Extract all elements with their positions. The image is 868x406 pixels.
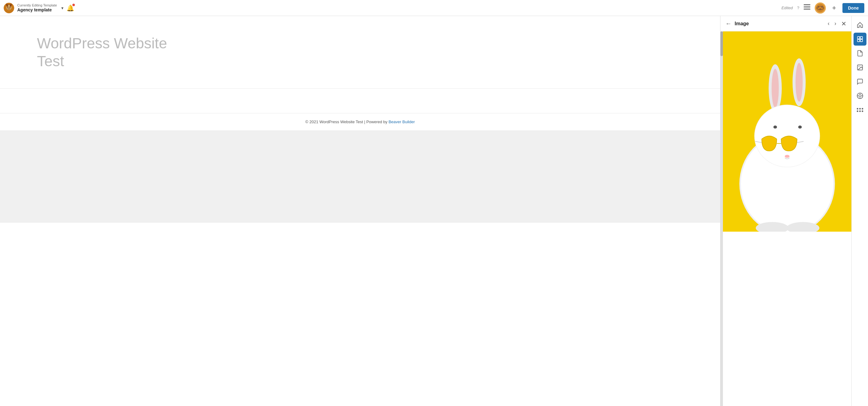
comments-icon[interactable] <box>854 75 866 88</box>
svg-point-11 <box>816 4 825 12</box>
panel-prev-button[interactable]: ‹ <box>826 20 831 27</box>
footer-link[interactable]: Beaver Builder <box>389 120 414 124</box>
settings-icon[interactable] <box>854 89 866 102</box>
panel-title: Image <box>735 21 823 27</box>
svg-rect-9 <box>804 9 810 9</box>
done-button[interactable]: Done <box>842 3 864 13</box>
template-dropdown-chevron[interactable]: ▾ <box>61 5 63 10</box>
image-panel-header: ← Image ‹ › ✕ <box>720 16 851 31</box>
panel-back-button[interactable]: ← <box>725 20 732 27</box>
more-icon[interactable] <box>854 103 866 117</box>
canvas-empty-row <box>0 89 720 113</box>
panel-nav: ‹ › <box>826 20 838 27</box>
svg-rect-7 <box>804 4 810 5</box>
home-icon[interactable] <box>854 19 866 31</box>
canvas-gray-area <box>0 130 720 223</box>
svg-rect-33 <box>860 37 862 39</box>
media-icon[interactable] <box>854 61 866 74</box>
canvas-title: WordPress Website Test <box>37 34 683 70</box>
user-avatar[interactable] <box>815 2 826 13</box>
svg-point-19 <box>796 63 803 102</box>
help-icon[interactable]: ? <box>797 5 799 10</box>
svg-point-47 <box>857 111 858 112</box>
svg-point-46 <box>862 108 863 110</box>
svg-point-49 <box>862 111 863 112</box>
right-panel: ← Image ‹ › ✕ <box>720 16 868 406</box>
svg-point-4 <box>9 6 10 7</box>
image-panel: ← Image ‹ › ✕ <box>720 16 851 406</box>
svg-point-39 <box>859 95 861 97</box>
side-toolbar <box>851 16 868 406</box>
edited-status: Edited <box>781 5 793 10</box>
svg-rect-35 <box>860 39 862 41</box>
template-name: Agency template <box>17 7 57 12</box>
main-layout: WordPress Website Test © 2021 WordPress … <box>0 16 868 406</box>
image-preview[interactable] <box>723 31 851 232</box>
svg-point-30 <box>773 126 777 129</box>
svg-point-3 <box>7 6 8 7</box>
add-button[interactable]: + <box>829 3 839 13</box>
bb-logo-avatar[interactable] <box>4 3 14 13</box>
notification-badge <box>72 4 75 6</box>
template-title-block: Currently Editing Template Agency templa… <box>17 3 57 12</box>
svg-rect-34 <box>857 39 859 41</box>
page-icon[interactable] <box>854 47 866 60</box>
panel-scroll-area <box>720 31 851 406</box>
list-icon[interactable] <box>804 4 810 11</box>
canvas-area[interactable]: WordPress Website Test © 2021 WordPress … <box>0 16 720 406</box>
image-panel-body <box>723 31 851 406</box>
notification-bell[interactable]: 🔔 <box>66 4 74 12</box>
svg-point-44 <box>857 108 858 110</box>
panel-next-button[interactable]: › <box>833 20 838 27</box>
svg-point-17 <box>772 69 779 107</box>
svg-rect-8 <box>804 6 810 7</box>
module-icon[interactable] <box>854 33 866 45</box>
svg-point-37 <box>859 66 859 67</box>
canvas-content: WordPress Website Test © 2021 WordPress … <box>0 16 720 406</box>
editing-label: Currently Editing Template <box>17 3 57 7</box>
svg-point-27 <box>785 155 790 158</box>
svg-rect-32 <box>857 37 859 39</box>
panel-scrollbar-thumb[interactable] <box>720 31 723 56</box>
svg-point-45 <box>859 108 861 110</box>
svg-point-48 <box>859 111 861 112</box>
panel-close-button[interactable]: ✕ <box>841 20 846 27</box>
topbar: Currently Editing Template Agency templa… <box>0 0 868 16</box>
svg-point-31 <box>798 126 802 129</box>
canvas-footer: © 2021 WordPress Website Test | Powered … <box>0 113 720 130</box>
canvas-header: WordPress Website Test <box>0 16 720 88</box>
panel-scrollbar[interactable] <box>720 31 723 406</box>
